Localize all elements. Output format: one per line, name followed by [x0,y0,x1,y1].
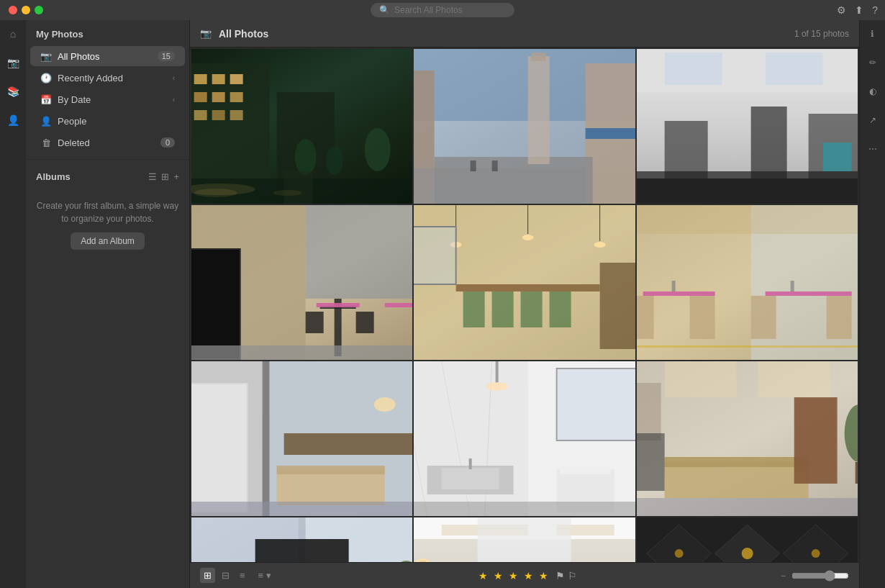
svg-rect-67 [456,284,600,291]
zoom-out-icon[interactable]: − [781,571,786,581]
sidebar-item-recently-added[interactable]: 🕐 Recently Added ‹ [30,68,185,88]
svg-rect-70 [521,291,543,327]
svg-rect-41 [664,121,707,178]
svg-rect-119 [664,462,808,498]
recently-added-label: Recently Added [58,73,167,83]
photo-cell-10[interactable] [191,517,412,562]
svg-rect-3 [194,74,207,84]
svg-rect-68 [463,291,485,327]
list-view-button[interactable]: ≡ [236,568,249,583]
search-bar[interactable]: 🔍 [371,3,514,17]
svg-rect-123 [637,383,661,440]
help-icon[interactable]: ? [872,4,878,16]
grid-view-icon[interactable]: ⊞ [161,171,169,182]
svg-rect-11 [230,110,243,120]
close-button[interactable] [9,6,17,14]
svg-rect-115 [414,502,635,516]
sidebar-item-all-photos[interactable]: 📷 All Photos 15 [30,46,185,66]
unflag-icon[interactable]: ⚐ [568,570,577,582]
photo-cell-5[interactable] [414,205,635,360]
svg-rect-45 [637,171,858,204]
svg-rect-30 [528,56,550,164]
svg-rect-34 [492,160,498,171]
svg-point-14 [295,139,317,175]
people-icon[interactable]: 👤 [5,112,21,128]
photo-cell-1[interactable] [191,49,412,204]
photo-cell-2[interactable] [414,49,635,204]
photo-cell-11[interactable] [414,517,635,562]
large-grid-view-button[interactable]: ⊞ [200,568,215,583]
svg-rect-120 [664,457,808,467]
svg-rect-85 [637,205,858,234]
recently-added-chevron: ‹ [173,74,175,82]
recently-added-icon: 🕐 [40,72,52,83]
deleted-badge: 0 [160,137,175,148]
photo-cell-7[interactable] [191,361,412,516]
svg-rect-6 [194,92,207,102]
svg-rect-93 [284,433,413,455]
more-options-icon[interactable]: ⋯ [865,141,881,157]
medium-grid-view-button[interactable]: ⊟ [218,568,233,583]
photo-cell-9[interactable] [637,361,858,516]
svg-rect-112 [469,458,472,469]
zoom-slider[interactable] [791,570,849,582]
svg-rect-8 [230,92,243,102]
search-input[interactable] [394,5,495,15]
svg-rect-50 [191,250,240,358]
svg-point-66 [594,242,606,248]
bottom-center-controls: ★ ★ ★ ★ ★ ⚑ ⚐ [275,570,781,582]
photo-cell-4[interactable] [191,205,412,360]
filters-icon[interactable]: ◐ [865,83,881,99]
by-date-chevron: ‹ [173,96,175,104]
flag-icon[interactable]: ⚑ [555,570,565,582]
svg-rect-126 [637,433,665,491]
photo-cell-8[interactable] [414,361,635,516]
sidebar-item-by-date[interactable]: 📅 By Date ‹ [30,89,185,109]
info-icon[interactable]: ℹ [865,26,881,42]
sidebar-item-people[interactable]: 👤 People [30,111,185,131]
add-album-button[interactable]: Add an Album [71,232,145,250]
svg-rect-83 [671,281,675,291]
home-icon[interactable]: ⌂ [5,26,21,42]
photos-icon[interactable]: 📷 [5,55,21,71]
svg-rect-91 [191,384,247,511]
photo-cell-6[interactable] [637,205,858,360]
traffic-lights [0,6,43,14]
bottom-toolbar: ⊞ ⊟ ≡ ≡ ▾ ★ ★ ★ ★ ★ ⚑ ⚐ − [190,562,859,588]
maximize-button[interactable] [35,6,43,14]
sidebar-item-deleted[interactable]: 🗑 Deleted 0 [30,132,185,153]
svg-rect-58 [306,205,413,299]
add-album-icon[interactable]: + [173,171,179,182]
svg-rect-125 [855,462,858,484]
svg-rect-73 [414,227,456,284]
all-photos-badge: 15 [158,51,175,61]
svg-rect-17 [284,171,313,204]
svg-point-19 [273,190,302,196]
star-rating[interactable]: ★ ★ ★ ★ ★ [478,570,550,582]
svg-rect-127 [637,498,858,516]
list-view-icon[interactable]: ☰ [148,171,157,182]
filter-icon[interactable]: ⚙ [837,4,846,16]
albums-title: Albums [36,171,148,182]
photo-cell-3[interactable] [637,49,858,204]
svg-rect-33 [471,160,476,171]
content-title: All Photos [219,28,787,40]
svg-rect-53 [317,303,360,307]
svg-rect-9 [194,110,207,120]
deleted-icon: 🗑 [40,137,52,148]
edit-icon[interactable]: ✏ [865,55,881,71]
svg-rect-145 [478,517,571,562]
svg-rect-89 [263,361,270,516]
all-photos-icon: 📷 [40,50,52,62]
minimize-button[interactable] [22,6,30,14]
photo-cell-12[interactable] [637,517,858,562]
svg-rect-138 [255,539,349,562]
share-panel-icon[interactable]: ↗ [865,112,881,128]
share-icon[interactable]: ⬆ [855,4,863,16]
svg-rect-37 [664,53,722,85]
sort-button[interactable]: ≡ ▾ [255,568,275,583]
library-icon[interactable]: 📚 [5,83,21,99]
svg-rect-31 [532,53,546,61]
svg-rect-147 [571,539,635,562]
content-header-icon: 📷 [200,28,212,39]
